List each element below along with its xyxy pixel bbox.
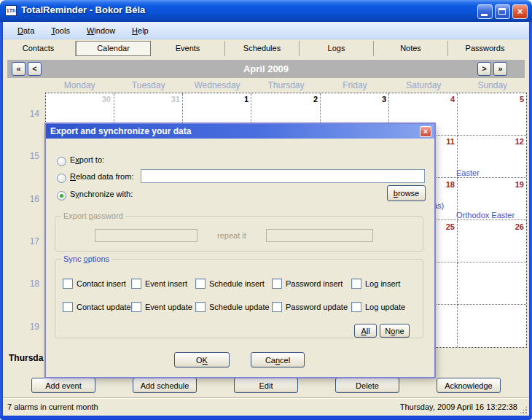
checkbox-schedule-update[interactable]: Schedule update [195,302,270,312]
titlebar[interactable]: 1Th TotalReminder - Bokor Béla × [0,0,532,22]
sync-options-group: Sync options Contact insert Event insert… [55,259,423,338]
radio-reload-data[interactable] [57,174,66,183]
reload-path-input[interactable] [141,169,425,183]
resize-grip[interactable] [519,405,528,414]
acknowledge-button[interactable]: Acknowledge [437,378,501,393]
checkbox-icon [63,279,73,289]
menu-tools[interactable]: Tools [51,26,70,35]
chevron-right-icon: > [482,64,486,73]
cancel-button[interactable]: Cancel [251,352,305,368]
date-number: 19 [515,180,524,189]
date-number: 4 [450,95,455,104]
dialog-close-button[interactable]: × [420,126,431,137]
edit-button[interactable]: Edit [234,378,298,393]
checkbox-icon [351,302,361,312]
month-title: April 2009 [7,60,525,78]
dialog-titlebar[interactable]: Export and synchronize your data [46,124,434,139]
checkbox-contact-update[interactable]: Contact update [63,302,131,312]
ok-button[interactable]: OK [174,352,230,368]
day-header: Wednesday [183,80,251,92]
checkbox-icon [63,302,73,312]
checkbox-contact-insert[interactable]: Contact insert [63,279,126,289]
tab-logs[interactable]: Logs [300,41,374,56]
date-number: 11 [446,137,455,146]
event-label-fragment: ás) [433,201,444,210]
date-number: 26 [515,222,524,231]
prev-month-button[interactable]: < [28,62,42,76]
radio-export-to-label[interactable]: Export to: [70,155,104,164]
event-label-easter: Easter [456,168,480,177]
delete-button[interactable]: Delete [335,378,399,393]
double-chevron-left-icon: « [16,64,20,73]
menu-data[interactable]: Data [17,26,34,35]
date-number: 5 [520,95,524,104]
calendar-cell[interactable] [458,93,526,136]
tab-passwords[interactable]: Passwords [448,41,522,56]
date-number: 25 [446,222,455,231]
menu-window[interactable]: Window [87,26,115,35]
close-icon: × [423,127,428,136]
week-number: 16 [0,178,42,220]
radio-reload-data-label[interactable]: Reload data from: [70,172,133,181]
prev-year-button[interactable]: « [12,62,26,76]
week-number: 18 [0,262,42,305]
export-sync-dialog: Export and synchronize your data × Expor… [46,124,434,377]
week-number: 19 [0,306,42,348]
password-repeat-input-disabled [266,229,373,242]
checkbox-log-insert[interactable]: Log insert [351,279,400,289]
chevron-left-icon: < [32,64,36,73]
tabstrip: Contacts Calendar Events Schedules Logs … [1,41,522,56]
checkbox-schedule-insert[interactable]: Schedule insert [195,279,265,289]
calendar-cell[interactable] [458,305,526,347]
maximize-button[interactable] [495,4,510,19]
close-button[interactable]: × [512,4,528,19]
add-schedule-button[interactable]: Add schedule [133,378,197,393]
tab-contacts[interactable]: Contacts [1,41,76,56]
checkbox-event-insert[interactable]: Event insert [131,279,187,289]
next-month-button[interactable]: > [477,62,491,76]
checkbox-icon [195,279,206,289]
radio-synchronize-with-label[interactable]: Synchronize with: [70,190,133,198]
menu-help[interactable]: Help [132,26,149,35]
tab-schedules[interactable]: Schedules [225,41,300,56]
close-icon: × [513,5,527,18]
app-window: 1Th TotalReminder - Bokor Béla × Data To… [0,0,532,420]
date-number: 31 [171,95,180,104]
date-number: 1 [244,95,249,104]
checkbox-icon [131,302,141,312]
day-header: Sunday [458,80,527,92]
tab-notes[interactable]: Notes [374,41,448,56]
checkbox-password-insert[interactable]: Password insert [272,279,343,289]
checkbox-password-update[interactable]: Password update [272,302,348,312]
week-number: 14 [0,93,42,135]
calendar-cell[interactable] [458,262,526,305]
tab-calendar[interactable]: Calendar [76,41,151,56]
tab-events[interactable]: Events [151,41,225,56]
radio-export-to[interactable] [57,157,66,166]
all-button[interactable]: All [354,324,377,338]
day-header: Tuesday [114,80,182,92]
radio-synchronize-with[interactable] [57,191,66,201]
alarm-count-status: 7 alarms in current month [7,402,98,411]
checkbox-log-update[interactable]: Log update [351,302,405,312]
day-header: Thursday [251,80,320,92]
date-number: 30 [102,95,111,104]
add-event-button[interactable]: Add event [31,378,95,393]
checkbox-event-update[interactable]: Event update [131,302,192,312]
sync-options-group-label: Sync options [61,254,112,263]
date-number: 18 [446,180,455,189]
minimize-button[interactable] [477,4,493,19]
checkbox-icon [272,302,282,312]
minimize-icon [481,14,488,16]
date-number: 3 [382,95,386,104]
browse-button[interactable]: browse [387,185,426,201]
double-chevron-right-icon: » [498,64,502,73]
next-year-button[interactable]: » [493,62,507,76]
day-header: Saturday [389,80,458,92]
password-input-disabled [95,229,197,242]
statusbar: 7 alarms in current month Thursday, 2009… [3,397,529,416]
none-button[interactable]: None [380,324,410,338]
checkbox-icon [195,302,206,312]
app-icon: 1Th [5,5,17,16]
clock-status: Thursday, 2009 April 16 13:22:38 [400,402,517,411]
